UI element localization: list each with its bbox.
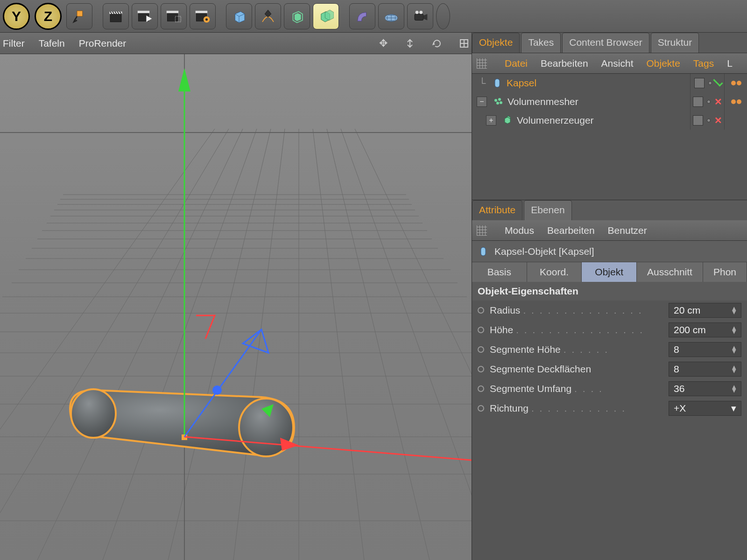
spinner-icon[interactable]: ▴▾	[732, 385, 736, 392]
prop-segmente-hoehe: Segmente Höhe . . . . . . 8▴▾	[472, 340, 747, 359]
attr-menu-benutzer[interactable]: Benutzer	[608, 225, 647, 236]
environment-button[interactable]	[378, 3, 404, 29]
render-pv-button[interactable]	[132, 3, 158, 29]
section-header: Objekt-Eigenschaften	[472, 282, 747, 301]
menu-filter[interactable]: Filter	[3, 38, 25, 49]
more-tools-button[interactable]	[436, 3, 450, 29]
svg-rect-1	[110, 14, 121, 21]
primitive-cube-button[interactable]	[226, 3, 252, 29]
axis-y-button[interactable]: Y	[3, 3, 30, 30]
bend-deformer-icon	[354, 8, 370, 24]
seg-hoehe-input[interactable]: 8▴▾	[669, 342, 741, 357]
svg-point-23	[419, 11, 423, 14]
menu-tafeln[interactable]: Tafeln	[39, 38, 65, 49]
subtab-koord[interactable]: Koord.	[527, 262, 582, 282]
svg-rect-26	[0, 54, 472, 560]
tab-ebenen[interactable]: Ebenen	[524, 200, 571, 220]
subtab-ausschnitt[interactable]: Ausschnitt	[637, 262, 703, 282]
navigate-rotate-icon[interactable]	[432, 39, 442, 48]
radius-input[interactable]: 20 cm▴▾	[669, 303, 741, 318]
spinner-icon[interactable]: ▴▾	[732, 307, 736, 314]
tab-struktur[interactable]: Struktur	[651, 33, 699, 53]
keyframe-dot-icon[interactable]	[478, 327, 484, 333]
svg-point-73	[498, 98, 501, 101]
volume-button[interactable]	[313, 3, 339, 29]
seg-deck-input[interactable]: 8▴▾	[669, 362, 741, 377]
menu-prorender[interactable]: ProRender	[79, 38, 127, 49]
axis-z-label: Z	[44, 8, 52, 24]
clapboard-gear-icon	[195, 8, 211, 24]
keyframe-dot-icon[interactable]	[478, 366, 484, 372]
tree-visibility[interactable]	[690, 74, 725, 92]
axis-z-button[interactable]: Z	[35, 3, 62, 30]
deformer-button[interactable]	[349, 3, 375, 29]
obj-menu-bearbeiten[interactable]: Bearbeiten	[541, 58, 588, 69]
obj-menu-tags[interactable]: Tags	[693, 58, 714, 69]
dots-spacer: . . . .	[571, 383, 669, 394]
tab-content-browser[interactable]: Content Browser	[562, 33, 649, 53]
expand-toggle[interactable]: −	[477, 97, 487, 107]
obj-menu-ansicht[interactable]: Ansicht	[601, 58, 634, 69]
generator-button[interactable]	[284, 3, 310, 29]
tree-item-volumenmesher[interactable]: − Volumenmesher	[472, 92, 747, 111]
camera-button[interactable]	[407, 3, 433, 29]
tree-item-volumenerzeuger[interactable]: + Volumenerzeuger	[472, 111, 747, 130]
svg-marker-5	[146, 15, 152, 22]
obj-menu-datei[interactable]: Datei	[505, 58, 528, 69]
tree-visibility[interactable]	[690, 111, 725, 130]
attribute-subtabs: Basis Koord. Objekt Ausschnitt Phon	[472, 262, 747, 282]
navigate-zoom-icon[interactable]	[405, 39, 415, 48]
seg-deck-value: 8	[674, 364, 679, 375]
dot-grid-icon[interactable]	[477, 58, 487, 69]
expand-toggle[interactable]: +	[486, 115, 496, 126]
tree-tag-cell[interactable]	[728, 111, 747, 130]
spinner-icon[interactable]: ▴▾	[732, 326, 736, 334]
keyframe-dot-icon[interactable]	[478, 405, 484, 412]
dot-grid-icon[interactable]	[477, 225, 487, 236]
keyframe-dot-icon[interactable]	[478, 307, 484, 314]
viewport-3d[interactable]	[0, 54, 472, 560]
prop-radius: Radius . . . . . . . . . . . . . . . 20 …	[472, 301, 747, 320]
obj-menu-objekte[interactable]: Objekte	[646, 58, 680, 69]
tree-item-kapsel[interactable]: └ Kapsel	[472, 74, 747, 92]
parent-mode-button[interactable]	[66, 3, 92, 29]
render-region-button[interactable]	[161, 3, 187, 29]
viewport-layout-icon[interactable]	[459, 39, 469, 48]
render-view-button[interactable]	[103, 3, 129, 29]
attr-menu-modus[interactable]: Modus	[505, 225, 534, 236]
tree-visibility[interactable]	[690, 92, 725, 111]
richtung-value: +X	[674, 403, 686, 414]
subtab-objekt[interactable]: Objekt	[582, 262, 637, 282]
keyframe-dot-icon[interactable]	[478, 346, 484, 353]
attribute-tabs: Attribute Ebenen	[472, 200, 747, 220]
tree-tag-cell[interactable]	[728, 74, 747, 92]
tab-takes[interactable]: Takes	[521, 33, 561, 53]
clapboard-icon	[108, 8, 124, 24]
spline-pen-button[interactable]	[255, 3, 281, 29]
subtab-phong[interactable]: Phon	[703, 262, 747, 282]
svg-marker-18	[325, 10, 334, 20]
tab-objekte[interactable]: Objekte	[472, 33, 520, 53]
keyframe-dot-icon[interactable]	[478, 385, 484, 392]
tree-tag-cell[interactable]	[728, 92, 747, 111]
tree-line-icon: └	[477, 77, 488, 89]
seg-umfang-input[interactable]: 36▴▾	[669, 381, 741, 396]
richtung-dropdown[interactable]: +X▾	[669, 401, 741, 416]
subtab-basis[interactable]: Basis	[472, 262, 527, 282]
spinner-icon[interactable]: ▴▾	[732, 346, 736, 353]
navigate-move-icon[interactable]: ✥	[379, 37, 388, 49]
camera-icon	[412, 8, 428, 24]
viewport-menubar: Filter Tafeln ProRender ✥	[0, 33, 472, 54]
tab-attribute[interactable]: Attribute	[472, 200, 522, 220]
object-tree[interactable]: └ Kapsel − Volumenmesher + Volumenerz	[472, 74, 747, 200]
spinner-icon[interactable]: ▴▾	[732, 365, 736, 373]
prop-richtung: Richtung . . . . . . . . . . . . +X▾	[472, 399, 747, 418]
render-settings-button[interactable]	[190, 3, 216, 29]
clapboard-region-icon	[166, 8, 182, 24]
attr-menu-bearbeiten[interactable]: Bearbeiten	[547, 225, 595, 236]
dots-spacer: . . . . . . . . . . . . . . . .	[513, 324, 669, 336]
obj-menu-more[interactable]: L	[727, 58, 733, 69]
seg-umfang-value: 36	[674, 383, 684, 394]
svg-rect-10	[196, 11, 208, 13]
hoehe-input[interactable]: 200 cm▴▾	[669, 322, 741, 337]
